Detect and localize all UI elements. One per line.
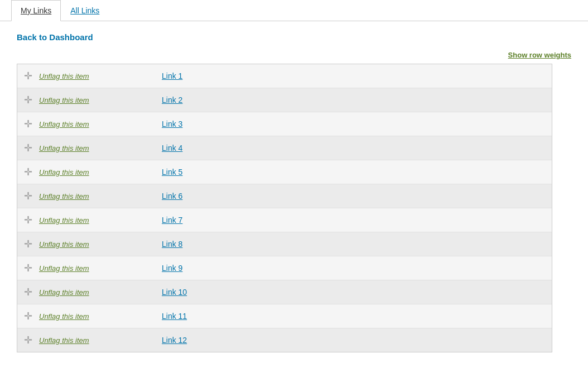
unflag-link[interactable]: Unflag this item (39, 288, 162, 297)
drag-handle-icon[interactable]: ✛ (24, 334, 32, 346)
unflag-link[interactable]: Unflag this item (39, 312, 162, 321)
link-item[interactable]: Link 5 (162, 168, 182, 176)
drag-handle-icon[interactable]: ✛ (24, 190, 32, 202)
unflag-link[interactable]: Unflag this item (39, 72, 162, 80)
link-item[interactable]: Link 8 (162, 240, 182, 249)
drag-handle-icon[interactable]: ✛ (24, 238, 32, 250)
drag-handle-icon[interactable]: ✛ (24, 214, 32, 226)
unflag-link[interactable]: Unflag this item (39, 120, 162, 128)
table-row: ✛Unflag this itemLink 12 (17, 328, 552, 352)
content-area: Back to Dashboard Show row weights ✛Unfl… (0, 21, 588, 364)
drag-handle-icon[interactable]: ✛ (24, 310, 32, 322)
table-row: ✛Unflag this itemLink 8 (17, 232, 552, 256)
drag-handle-icon[interactable]: ✛ (24, 262, 32, 274)
show-row-weights-link[interactable]: Show row weights (508, 51, 571, 59)
unflag-link[interactable]: Unflag this item (39, 144, 162, 152)
link-item[interactable]: Link 4 (162, 144, 182, 152)
link-item[interactable]: Link 1 (162, 71, 182, 80)
link-item[interactable]: Link 2 (162, 96, 182, 104)
table-row: ✛Unflag this itemLink 5 (17, 160, 552, 184)
tab-all-links[interactable]: All Links (61, 0, 109, 21)
tab-bar: My LinksAll Links (0, 0, 588, 21)
unflag-link[interactable]: Unflag this item (39, 216, 162, 225)
tab-my-links[interactable]: My Links (11, 0, 61, 21)
link-item[interactable]: Link 3 (162, 120, 182, 128)
drag-handle-icon[interactable]: ✛ (24, 94, 32, 106)
drag-handle-icon[interactable]: ✛ (24, 70, 32, 82)
link-item[interactable]: Link 11 (162, 312, 187, 321)
unflag-link[interactable]: Unflag this item (39, 240, 162, 249)
table-row: ✛Unflag this itemLink 7 (17, 208, 552, 232)
table-row: ✛Unflag this itemLink 1 (17, 64, 552, 88)
drag-handle-icon[interactable]: ✛ (24, 142, 32, 154)
table-row: ✛Unflag this itemLink 6 (17, 184, 552, 208)
table-row: ✛Unflag this itemLink 2 (17, 88, 552, 112)
table-row: ✛Unflag this itemLink 4 (17, 136, 552, 160)
link-item[interactable]: Link 10 (162, 288, 187, 297)
unflag-link[interactable]: Unflag this item (39, 336, 162, 345)
top-bar: Show row weights (17, 51, 571, 59)
link-item[interactable]: Link 7 (162, 216, 182, 225)
unflag-link[interactable]: Unflag this item (39, 264, 162, 273)
links-table: ✛Unflag this itemLink 1✛Unflag this item… (17, 64, 552, 352)
table-row: ✛Unflag this itemLink 9 (17, 256, 552, 280)
drag-handle-icon[interactable]: ✛ (24, 166, 32, 178)
unflag-link[interactable]: Unflag this item (39, 168, 162, 176)
back-to-dashboard-link[interactable]: Back to Dashboard (17, 32, 93, 42)
table-row: ✛Unflag this itemLink 3 (17, 112, 552, 136)
table-row: ✛Unflag this itemLink 11 (17, 304, 552, 328)
unflag-link[interactable]: Unflag this item (39, 96, 162, 104)
drag-handle-icon[interactable]: ✛ (24, 118, 32, 130)
table-row: ✛Unflag this itemLink 10 (17, 280, 552, 304)
link-item[interactable]: Link 9 (162, 264, 182, 273)
unflag-link[interactable]: Unflag this item (39, 192, 162, 201)
link-item[interactable]: Link 12 (162, 336, 187, 345)
link-item[interactable]: Link 6 (162, 192, 182, 201)
drag-handle-icon[interactable]: ✛ (24, 286, 32, 298)
